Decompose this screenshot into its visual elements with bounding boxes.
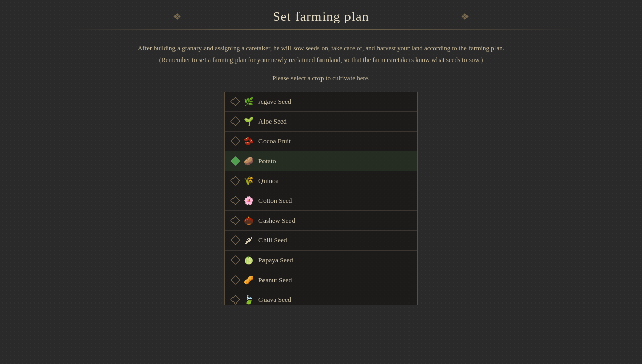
crop-name-guava: Guava Seed [258, 296, 291, 304]
crop-item-cotton[interactable]: 🌸Cotton Seed [225, 191, 417, 211]
crop-diamond-papaya [231, 256, 239, 264]
crop-diamond-peanut [231, 276, 239, 284]
crop-name-quinoa: Quinoa [258, 177, 279, 185]
crop-item-cashew[interactable]: 🌰Cashew Seed [225, 211, 417, 231]
crop-name-agave: Agave Seed [258, 98, 291, 106]
crop-icon-cashew: 🌰 [243, 215, 254, 226]
crop-name-cocoa: Cocoa Fruit [258, 137, 291, 145]
ornament-right: ❖ [461, 11, 469, 22]
crop-name-aloe: Aloe Seed [258, 117, 287, 126]
crop-name-cashew: Cashew Seed [258, 217, 295, 225]
crop-diamond-guava [231, 296, 239, 304]
crop-diamond-cotton [231, 197, 239, 205]
ornament-left: ❖ [173, 11, 181, 22]
crop-name-peanut: Peanut Seed [258, 276, 292, 284]
crop-name-chili: Chili Seed [258, 236, 287, 245]
crop-diamond-potato [231, 157, 239, 165]
crop-icon-papaya: 🍈 [243, 255, 254, 266]
crop-icon-guava: 🍃 [243, 294, 254, 305]
crop-diamond-quinoa [231, 177, 239, 185]
crop-item-chili[interactable]: 🌶Chili Seed [225, 231, 417, 251]
crop-diamond-agave [231, 98, 239, 106]
crop-icon-cotton: 🌸 [243, 195, 254, 206]
crop-icon-agave: 🌿 [243, 96, 254, 107]
description-line2: (Remember to set a farming plan for your… [138, 54, 504, 66]
page-title: Set farming plan [273, 9, 369, 24]
crop-icon-quinoa: 🌾 [243, 175, 254, 187]
crop-item-quinoa[interactable]: 🌾Quinoa [225, 171, 417, 191]
crop-icon-aloe: 🌱 [243, 116, 254, 127]
crop-diamond-aloe [231, 117, 239, 126]
crop-subtitle: Please select a crop to cultivate here. [272, 74, 370, 82]
crop-icon-chili: 🌶 [243, 235, 254, 246]
crop-icon-peanut: 🥜 [243, 275, 254, 286]
crop-name-potato: Potato [258, 157, 276, 165]
crop-item-cocoa[interactable]: 🫘Cocoa Fruit [225, 132, 417, 151]
description-line1: After building a granary and assigning a… [138, 42, 504, 54]
crop-item-peanut[interactable]: 🥜Peanut Seed [225, 270, 417, 290]
crop-item-agave[interactable]: 🌿Agave Seed [225, 92, 417, 112]
crop-item-potato[interactable]: 🥔Potato [225, 151, 417, 171]
header-divider [64, 29, 578, 30]
crop-name-papaya: Papaya Seed [258, 256, 294, 264]
crop-item-papaya[interactable]: 🍈Papaya Seed [225, 251, 417, 270]
crop-name-cotton: Cotton Seed [258, 197, 292, 205]
crop-icon-potato: 🥔 [243, 156, 254, 167]
crop-item-aloe[interactable]: 🌱Aloe Seed [225, 112, 417, 132]
page-header: ❖ Set farming plan ❖ [0, 0, 642, 29]
description-block: After building a granary and assigning a… [138, 42, 504, 66]
crop-icon-cocoa: 🫘 [243, 136, 254, 147]
crop-list[interactable]: 🌿Agave Seed🌱Aloe Seed🫘Cocoa Fruit🥔Potato… [224, 92, 418, 305]
crop-diamond-chili [231, 236, 239, 245]
crop-item-guava[interactable]: 🍃Guava Seed [225, 290, 417, 305]
crop-diamond-cashew [231, 217, 239, 225]
crop-diamond-cocoa [231, 137, 239, 145]
